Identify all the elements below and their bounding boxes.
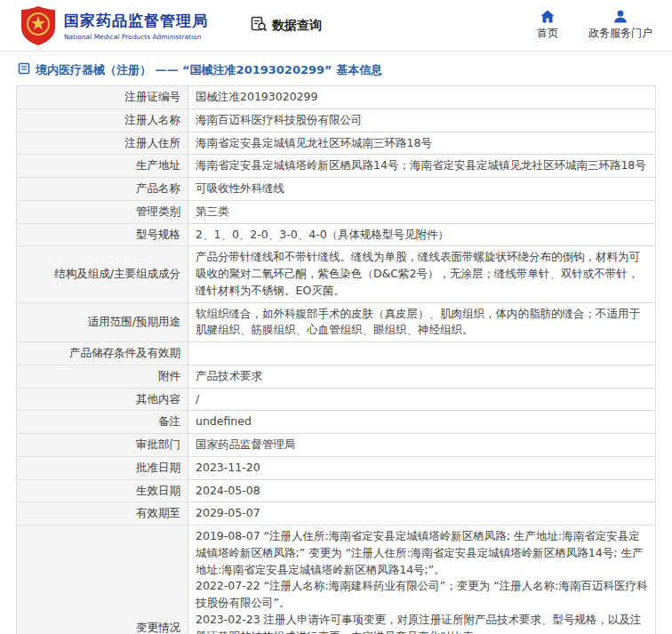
page: 国家药品监督管理局 National Medical Products Admi… xyxy=(0,0,672,634)
home-icon xyxy=(540,10,555,23)
site-header: 国家药品监督管理局 National Medical Products Admi… xyxy=(0,0,672,52)
row-value: 海南百迈科医疗科技股份有限公司 xyxy=(188,108,656,132)
row-label: 适用范围/预期用途 xyxy=(17,302,188,342)
data-query-label: 数据查询 xyxy=(272,18,322,34)
user-icon xyxy=(613,10,628,23)
table-row: 适用范围/预期用途 软组织缝合，如外科腹部手术的皮肤（真皮层）、肌肉组织，体内的… xyxy=(17,302,656,342)
nmpa-emblem-logo xyxy=(20,5,57,46)
table-row: 产品名称 可吸收性外科缝线 xyxy=(17,178,656,201)
row-value: 2019-08-07 “注册人住所:海南省定安县定城镇塔岭新区栖凤路; 生产地址… xyxy=(188,526,656,634)
row-value: 软组织缝合，如外科腹部手术的皮肤（真皮层）、肌肉组织，体内的脂肪的缝合；不适用于… xyxy=(188,302,656,342)
table-row: 管理类别 第三类 xyxy=(17,200,656,223)
row-label: 生产地址 xyxy=(17,155,188,178)
nav-home[interactable]: 首页 xyxy=(537,10,558,41)
row-label: 产品储存条件及有效期 xyxy=(17,342,188,365)
row-label: 产品名称 xyxy=(17,178,188,201)
table-row: 审批部门 国家药品监督管理局 xyxy=(17,434,656,457)
row-value: 产品分带针缝线和不带针缝线。缝线为单股，缝线表面带螺旋状环绕分布的倒钩，材料为可… xyxy=(188,246,656,302)
table-row: 变更情况 2019-08-07 “注册人住所:海南省定安县定城镇塔岭新区栖凤路;… xyxy=(17,526,656,634)
org-name-en: National Medical Products Administration xyxy=(64,33,208,41)
row-label: 注册证编号 xyxy=(17,86,188,109)
table-row: 生产地址 海南省定安县定城镇塔岭新区栖凤路14号；海南省定安县定城镇见龙社区环城… xyxy=(17,155,656,178)
row-label: 附件 xyxy=(17,365,188,388)
table-row: 有效期至 2029-05-07 xyxy=(17,502,656,526)
document-icon xyxy=(18,61,30,78)
row-value: 2、1、0、2-0、3-0、4-0（具体规格型号见附件） xyxy=(188,223,656,246)
row-label: 生效日期 xyxy=(17,479,188,502)
info-table: 注册证编号 国械注准20193020299 注册人名称 海南百迈科医疗科技股份有… xyxy=(16,85,656,634)
org-name-block: 国家药品监督管理局 National Medical Products Admi… xyxy=(64,11,208,41)
row-value: 2024-05-08 xyxy=(188,479,656,502)
row-label: 有效期至 xyxy=(17,502,188,526)
row-value: 产品技术要求 xyxy=(188,365,656,388)
table-row: 备注 undefined xyxy=(17,411,656,434)
table-row: 生效日期 2024-05-08 xyxy=(17,479,656,502)
nav-home-label: 首页 xyxy=(537,26,558,41)
row-label: 备注 xyxy=(17,411,188,434)
row-value: 2029-05-07 xyxy=(188,502,656,526)
row-value: 海南省定安县定城镇见龙社区环城南三环路18号 xyxy=(188,132,656,155)
row-label: 注册人名称 xyxy=(17,108,188,132)
row-value: 可吸收性外科缝线 xyxy=(188,178,656,201)
data-query-icon xyxy=(251,16,268,35)
row-value: 国械注准20193020299 xyxy=(188,86,656,109)
org-name-cn: 国家药品监督管理局 xyxy=(64,11,208,31)
table-row: 批准日期 2023-11-20 xyxy=(17,456,656,479)
row-value: 海南省定安县定城镇塔岭新区栖凤路14号；海南省定安县定城镇见龙社区环城南三环路1… xyxy=(188,155,656,178)
row-label: 批准日期 xyxy=(17,456,188,479)
table-row: 注册人住所 海南省定安县定城镇见龙社区环城南三环路18号 xyxy=(17,132,656,155)
row-label: 审批部门 xyxy=(17,434,188,457)
row-value: / xyxy=(188,388,656,411)
row-value: 第三类 xyxy=(188,200,656,223)
data-query-nav[interactable]: 数据查询 xyxy=(251,16,322,35)
row-label: 变更情况 xyxy=(17,526,188,634)
row-value: undefined xyxy=(188,411,656,434)
table-row: 注册人名称 海南百迈科医疗科技股份有限公司 xyxy=(17,108,656,132)
row-label: 其他内容 xyxy=(17,388,188,411)
page-title: 境内医疗器械（注册） —— “国械注准20193020299” 基本信息 xyxy=(36,62,382,78)
table-row: 结构及组成/主要组成成分 产品分带针缝线和不带针缝线。缝线为单股，缝线表面带螺旋… xyxy=(17,246,656,302)
nav-portal[interactable]: 政务服务门户 xyxy=(588,10,652,41)
row-value: 2023-11-20 xyxy=(188,456,656,479)
row-value xyxy=(188,342,656,365)
table-row: 附件 产品技术要求 xyxy=(17,365,656,388)
nav-portal-label: 政务服务门户 xyxy=(588,26,652,41)
table-row: 其他内容 / xyxy=(17,388,656,411)
row-label: 结构及组成/主要组成成分 xyxy=(17,246,188,302)
table-row: 型号规格 2、1、0、2-0、3-0、4-0（具体规格型号见附件） xyxy=(17,223,656,246)
row-value: 国家药品监督管理局 xyxy=(188,434,656,457)
row-label: 注册人住所 xyxy=(17,132,188,155)
row-label: 型号规格 xyxy=(17,223,188,246)
table-row: 注册证编号 国械注准20193020299 xyxy=(17,86,656,109)
breadcrumb: 境内医疗器械（注册） —— “国械注准20193020299” 基本信息 xyxy=(0,52,672,85)
row-label: 管理类别 xyxy=(17,200,188,223)
table-row: 产品储存条件及有效期 xyxy=(17,342,656,365)
